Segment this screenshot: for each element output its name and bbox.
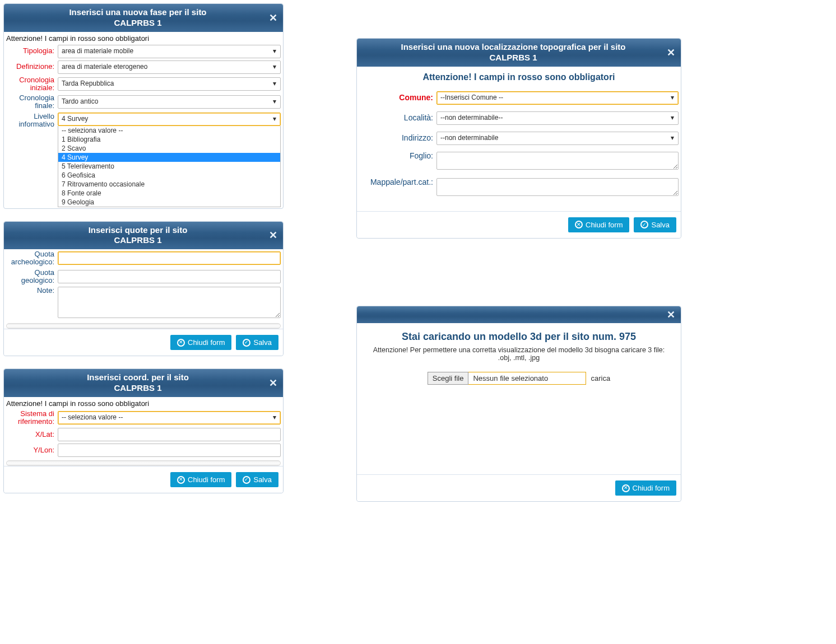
check-circle-icon: ✓ xyxy=(243,476,250,484)
input-quota-arch[interactable] xyxy=(58,251,281,265)
check-circle-icon: ✓ xyxy=(640,221,648,228)
panel-fase-title1: Inserisci una nuova fase per il sito xyxy=(69,7,206,17)
choose-file-button[interactable]: Scegli file xyxy=(428,372,469,385)
panel-loc-title2: CALPRBS 1 xyxy=(489,53,537,62)
panel-loc-title1: Inserisci una nuova localizzazione topog… xyxy=(401,42,626,52)
label-mappale: Mappale/part.cat.: xyxy=(359,178,436,186)
close-button[interactable]: ✕Chiudi form xyxy=(568,217,629,232)
panel-quote: Inserisci quote per il sito CALPRBS 1 ✕ … xyxy=(3,221,284,357)
panel-fase-header: Inserisci una nuova fase per il sito CAL… xyxy=(4,4,283,32)
close-icon[interactable]: ✕ xyxy=(667,309,675,321)
select-comune[interactable]: --Inserisci Comune -- xyxy=(436,91,679,105)
close-circle-icon: ✕ xyxy=(622,484,630,492)
panel-quote-title1: Inserisci quote per il sito xyxy=(89,225,188,235)
label-xlat: X/Lat: xyxy=(6,431,58,438)
dropdown-livello-options[interactable]: -- seleziona valore --1 Bibliografia2 Sc… xyxy=(58,126,281,207)
file-name-display: Nessun file selezionato xyxy=(468,372,586,385)
textarea-note[interactable] xyxy=(58,287,281,318)
dropdown-option[interactable]: 8 Fonte orale xyxy=(58,189,280,198)
close-circle-icon: ✕ xyxy=(177,339,185,347)
dropdown-option[interactable]: 2 Scavo xyxy=(58,144,280,153)
coord-notice: Attenzione! I campi in rosso sono obblig… xyxy=(4,397,283,409)
select-localita[interactable]: --non determinabile-- xyxy=(436,111,679,125)
select-definizione[interactable]: area di materiale eterogeneo xyxy=(58,60,281,74)
panel-coord-title1: Inserisci coord. per il sito xyxy=(87,372,189,382)
label-ylon: Y/Lon: xyxy=(6,446,58,454)
label-note: Note: xyxy=(6,287,58,295)
input-xlat[interactable] xyxy=(58,428,281,441)
input-ylon[interactable] xyxy=(58,444,281,457)
close-button[interactable]: ✕Chiudi form xyxy=(170,335,231,350)
close-icon[interactable]: ✕ xyxy=(269,229,277,242)
select-cron-finale[interactable]: Tardo antico xyxy=(58,95,281,109)
panel-fase-title2: CALPRBS 1 xyxy=(114,18,161,27)
dropdown-option[interactable]: 6 Geofisica xyxy=(58,171,280,180)
panel-coord-header: Inserisci coord. per il sito CALPRBS 1 ✕ xyxy=(4,369,283,397)
label-indirizzo: Indirizzo: xyxy=(359,134,436,142)
label-sistema: Sistema di riferimento: xyxy=(6,410,58,426)
scrollbar-horizontal[interactable] xyxy=(6,323,281,329)
upload-submit[interactable]: carica xyxy=(591,374,610,382)
close-circle-icon: ✕ xyxy=(177,476,185,484)
close-icon[interactable]: ✕ xyxy=(269,12,277,25)
upload-title: Stai caricando un modello 3d per il sito… xyxy=(357,323,681,344)
select-indirizzo[interactable]: --non determinabile xyxy=(436,132,679,145)
select-tipologia[interactable]: area di materiale mobile xyxy=(58,45,281,58)
label-quota-geo: Quota geologico: xyxy=(6,269,58,285)
dropdown-option[interactable]: -- seleziona valore -- xyxy=(58,126,280,135)
dropdown-option[interactable]: 4 Survey xyxy=(58,153,280,162)
check-circle-icon: ✓ xyxy=(243,339,250,347)
save-button[interactable]: ✓Salva xyxy=(236,472,278,487)
label-quota-arch: Quota archeologico: xyxy=(6,250,58,267)
input-quota-geo[interactable] xyxy=(58,270,281,283)
dropdown-option[interactable]: 1 Bibliografia xyxy=(58,135,280,144)
fase-notice: Attenzione! I campi in rosso sono obblig… xyxy=(4,32,283,44)
scrollbar-horizontal[interactable] xyxy=(6,460,281,466)
panel-localizzazione: Inserisci una nuova localizzazione topog… xyxy=(356,38,681,239)
panel-coord-title2: CALPRBS 1 xyxy=(114,383,161,393)
save-button[interactable]: ✓Salva xyxy=(634,217,676,232)
label-foglio: Foglio: xyxy=(359,152,436,160)
label-comune: Comune: xyxy=(359,94,436,102)
panel-upload-header: ✕ xyxy=(357,306,681,324)
select-livello[interactable]: 4 Survey xyxy=(58,113,281,126)
select-cron-iniziale[interactable]: Tarda Repubblica xyxy=(58,77,281,91)
label-definizione: Definizione: xyxy=(6,63,58,71)
save-button[interactable]: ✓Salva xyxy=(236,335,278,350)
dropdown-option[interactable]: 7 Ritrovamento occasionale xyxy=(58,180,280,189)
close-icon[interactable]: ✕ xyxy=(667,46,675,59)
panel-loc-header: Inserisci una nuova localizzazione topog… xyxy=(357,39,681,67)
close-icon[interactable]: ✕ xyxy=(269,377,277,390)
label-tipologia: Tipologia: xyxy=(6,47,58,55)
dropdown-option[interactable]: 9 Geologia xyxy=(58,198,280,207)
dropdown-option[interactable]: 5 Telerilevamento xyxy=(58,162,280,171)
textarea-mappale[interactable] xyxy=(436,178,679,196)
label-cron-iniziale: Cronologia iniziale: xyxy=(6,76,58,92)
textarea-foglio[interactable] xyxy=(436,152,679,170)
panel-coord: Inserisci coord. per il sito CALPRBS 1 ✕… xyxy=(3,368,284,493)
label-cron-finale: Cronologia finale: xyxy=(6,94,58,110)
panel-quote-title2: CALPRBS 1 xyxy=(114,235,161,245)
select-sistema[interactable]: -- seleziona valore -- xyxy=(58,411,281,424)
upload-subtitle: Attenzione! Per permettere una corretta … xyxy=(357,344,681,370)
panel-quote-header: Inserisci quote per il sito CALPRBS 1 ✕ xyxy=(4,222,283,250)
close-circle-icon: ✕ xyxy=(575,221,583,228)
close-button[interactable]: ✕Chiudi form xyxy=(170,472,231,487)
panel-fase: Inserisci una nuova fase per il sito CAL… xyxy=(3,3,284,209)
close-button[interactable]: ✕Chiudi form xyxy=(615,480,676,496)
panel-upload-3d: ✕ Stai caricando un modello 3d per il si… xyxy=(356,306,681,502)
label-livello: Livello informativo xyxy=(6,113,58,129)
loc-subtitle: Attenzione! I campi in rosso sono obblig… xyxy=(357,67,681,87)
label-localita: Località: xyxy=(359,114,436,122)
